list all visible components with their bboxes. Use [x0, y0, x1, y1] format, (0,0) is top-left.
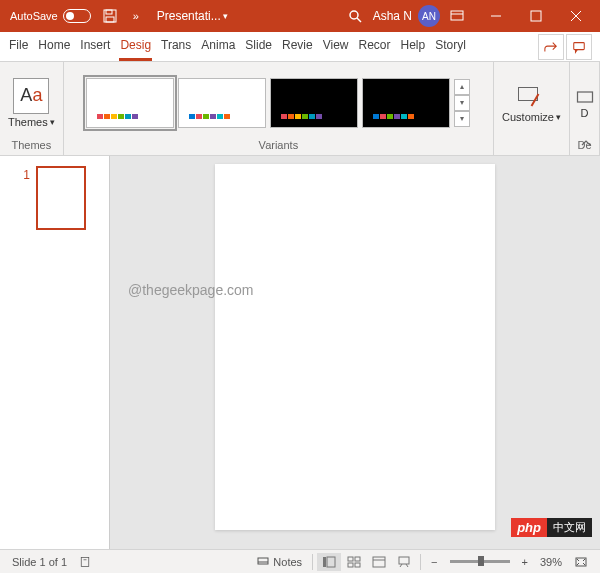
maximize-button[interactable]: [516, 0, 556, 32]
titlebar: AutoSave » Presentati... ▾ Asha N AN: [0, 0, 600, 32]
variants-more[interactable]: ▾: [454, 111, 470, 127]
reading-view-button[interactable]: [367, 553, 391, 571]
tab-storyboarding[interactable]: Storyl: [430, 32, 471, 61]
svg-rect-13: [81, 557, 89, 566]
svg-rect-22: [355, 563, 360, 567]
notes-button[interactable]: Notes: [251, 556, 308, 568]
thumbnail-panel: 1: [0, 156, 110, 549]
account-button[interactable]: Asha N AN: [369, 5, 444, 27]
accessibility-button[interactable]: [73, 556, 97, 568]
toggle-off-icon: [63, 9, 91, 23]
variants-scroll-up[interactable]: ▴: [454, 79, 470, 95]
search-button[interactable]: [341, 3, 369, 29]
tab-review[interactable]: Revie: [277, 32, 318, 61]
normal-view-button[interactable]: [317, 553, 341, 571]
slide-number: 1: [23, 166, 30, 230]
svg-line-4: [357, 18, 361, 22]
tab-help[interactable]: Help: [396, 32, 431, 61]
ribbon-tabs: File Home Insert Desig Trans Anima Slide…: [0, 32, 600, 62]
share-button[interactable]: [538, 34, 564, 60]
ribbon: Aa Themes▾ Themes ▴ ▾ ▾ Variants: [0, 62, 600, 156]
zoom-out-button[interactable]: −: [425, 556, 443, 568]
svg-point-3: [350, 11, 358, 19]
workspace: 1 @thegeekpage.com php 中文网: [0, 156, 600, 549]
collapse-ribbon-button[interactable]: [576, 135, 596, 151]
variant-2[interactable]: [178, 78, 266, 128]
themes-gallery-button[interactable]: Aa Themes▾: [8, 78, 55, 128]
watermark: @thegeekpage.com: [128, 282, 254, 298]
chevron-down-icon: ▾: [556, 112, 561, 122]
qat-more-icon[interactable]: »: [123, 3, 149, 29]
svg-rect-1: [106, 10, 112, 14]
zoom-slider[interactable]: [450, 560, 510, 563]
variant-4[interactable]: [362, 78, 450, 128]
autosave-toggle[interactable]: AutoSave: [4, 9, 97, 23]
php-badge: php 中文网: [511, 518, 592, 537]
slide-sorter-button[interactable]: [342, 553, 366, 571]
variant-1[interactable]: [86, 78, 174, 128]
fit-to-window-button[interactable]: [568, 556, 594, 568]
svg-rect-20: [355, 557, 360, 561]
svg-rect-8: [531, 11, 541, 21]
svg-rect-15: [258, 558, 268, 564]
slide-canvas[interactable]: [215, 164, 495, 530]
svg-rect-2: [106, 17, 114, 22]
zoom-in-button[interactable]: +: [516, 556, 534, 568]
close-button[interactable]: [556, 0, 596, 32]
tab-file[interactable]: File: [4, 32, 33, 61]
avatar: AN: [418, 5, 440, 27]
designer-button[interactable]: D: [575, 87, 595, 119]
slideshow-button[interactable]: [392, 553, 416, 571]
svg-rect-23: [373, 557, 385, 567]
themes-group: Aa Themes▾ Themes: [0, 62, 64, 155]
tab-home[interactable]: Home: [33, 32, 75, 61]
tab-insert[interactable]: Insert: [75, 32, 115, 61]
customize-button[interactable]: Customize▾: [502, 81, 561, 123]
svg-rect-5: [451, 11, 463, 20]
svg-rect-19: [348, 557, 353, 561]
svg-rect-25: [399, 557, 409, 564]
minimize-button[interactable]: [476, 0, 516, 32]
tab-view[interactable]: View: [318, 32, 354, 61]
statusbar: Slide 1 of 1 Notes − + 39%: [0, 549, 600, 573]
group-label-themes: Themes: [12, 139, 52, 153]
tab-animations[interactable]: Anima: [196, 32, 240, 61]
svg-rect-18: [327, 557, 335, 567]
customize-group: Customize▾: [494, 62, 570, 155]
tab-recording[interactable]: Recor: [353, 32, 395, 61]
chevron-down-icon: ▾: [223, 11, 228, 21]
variants-scroll-down[interactable]: ▾: [454, 95, 470, 111]
zoom-value[interactable]: 39%: [534, 556, 568, 568]
themes-icon: Aa: [13, 78, 49, 114]
svg-rect-12: [577, 92, 592, 102]
user-name: Asha N: [373, 9, 412, 23]
svg-rect-11: [574, 42, 585, 49]
svg-rect-17: [323, 557, 326, 567]
autosave-label: AutoSave: [10, 10, 58, 22]
group-label-variants: Variants: [259, 139, 299, 153]
customize-icon: [518, 87, 546, 109]
slide-counter[interactable]: Slide 1 of 1: [6, 556, 73, 568]
save-button[interactable]: [97, 3, 123, 29]
tab-transitions[interactable]: Trans: [156, 32, 196, 61]
slide-thumbnail-1[interactable]: [36, 166, 86, 230]
chevron-down-icon: ▾: [50, 117, 55, 127]
document-title[interactable]: Presentati... ▾: [149, 9, 236, 23]
slide-editor[interactable]: @thegeekpage.com php 中文网: [110, 156, 600, 549]
tab-slideshow[interactable]: Slide: [240, 32, 277, 61]
comments-button[interactable]: [566, 34, 592, 60]
tab-design[interactable]: Desig: [115, 32, 156, 61]
variant-3[interactable]: [270, 78, 358, 128]
variants-group: ▴ ▾ ▾ Variants: [64, 62, 494, 155]
svg-rect-21: [348, 563, 353, 567]
ribbon-display-button[interactable]: [444, 3, 470, 29]
